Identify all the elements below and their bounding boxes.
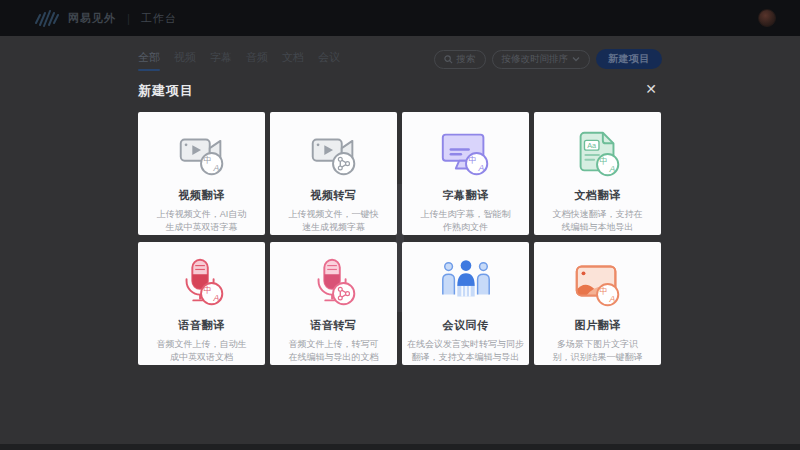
brand-logo-icon	[34, 9, 60, 27]
card-image-translate[interactable]: 中 A 图片翻译 多场景下图片文字识 别，识别结果一键翻译	[534, 242, 661, 365]
bottom-strip	[0, 444, 800, 450]
card-title: 图片翻译	[575, 318, 621, 333]
subtitle-translate-icon: 中 A	[437, 124, 495, 182]
card-audio-transcribe[interactable]: 语音转写 音频文件上传，转写可 在线编辑与导出的文档	[270, 242, 397, 365]
svg-text:A: A	[477, 163, 484, 173]
svg-text:Aa: Aa	[587, 141, 597, 150]
card-video-transcribe[interactable]: 视频转写 上传视频文件，一键快 速生成视频字幕	[270, 112, 397, 235]
svg-text:A: A	[608, 294, 615, 304]
card-subtitle-translate[interactable]: 中 A 字幕翻译 上传生肉字幕，智能制 作熟肉文件	[402, 112, 529, 235]
meeting-interpret-icon	[437, 254, 495, 312]
card-desc: 音频文件上传，转写可 在线编辑与导出的文档	[289, 338, 379, 363]
close-icon[interactable]: ✕	[642, 80, 660, 98]
card-desc: 上传视频文件，一键快 速生成视频字幕	[289, 208, 379, 233]
svg-text:中: 中	[599, 286, 608, 296]
brand-name: 网易见外	[68, 11, 116, 26]
search-box[interactable]: 搜索	[434, 50, 486, 69]
tab-meeting[interactable]: 会议	[318, 46, 340, 73]
modal-title: 新建项目	[138, 82, 194, 100]
svg-text:中: 中	[468, 155, 477, 165]
app-window: 网易见外 ｜ 工作台 全部 视频 字幕 音频 文档 会议 搜索 按修改时间排序	[0, 0, 800, 450]
new-project-button[interactable]: 新建项目	[596, 49, 662, 69]
svg-text:中: 中	[203, 155, 212, 165]
card-desc: 文档快速翻译，支持在 线编辑与本地导出	[553, 208, 643, 233]
card-desc: 上传视频文件，AI自动 生成中英双语字幕	[157, 208, 247, 233]
filter-toolbar: 全部 视频 字幕 音频 文档 会议 搜索 按修改时间排序 新建项目	[138, 46, 662, 72]
tab-audio[interactable]: 音频	[246, 46, 268, 73]
document-translate-icon: Aa 中 A	[569, 124, 627, 182]
sort-label: 按修改时间排序	[502, 53, 569, 66]
audio-translate-icon: 中 A	[173, 254, 231, 312]
card-desc: 上传生肉字幕，智能制 作熟肉文件	[421, 208, 511, 233]
workspace-label: 工作台	[141, 11, 177, 26]
card-desc: 在线会议发言实时转写与同步 翻译，支持文本编辑与导出	[407, 338, 524, 363]
chevron-down-icon	[572, 56, 580, 62]
sort-dropdown[interactable]: 按修改时间排序	[492, 50, 591, 69]
search-icon	[444, 55, 453, 64]
tab-document[interactable]: 文档	[282, 46, 304, 73]
card-meeting-interpret[interactable]: 会议同传 在线会议发言实时转写与同步 翻译，支持文本编辑与导出	[402, 242, 529, 365]
card-title: 视频翻译	[179, 188, 225, 203]
audio-transcribe-icon	[305, 254, 363, 312]
brand-divider: ｜	[123, 11, 134, 26]
card-title: 文档翻译	[575, 188, 621, 203]
tab-video[interactable]: 视频	[174, 46, 196, 73]
svg-text:中: 中	[203, 285, 212, 295]
svg-text:A: A	[212, 163, 219, 173]
card-audio-translate[interactable]: 中 A 语音翻译 音频文件上传，自动生 成中英双语文档	[138, 242, 265, 365]
image-translate-icon: 中 A	[569, 254, 627, 312]
video-transcribe-icon	[305, 124, 363, 182]
card-desc: 音频文件上传，自动生 成中英双语文档	[157, 338, 247, 363]
top-header: 网易见外 ｜ 工作台	[0, 0, 800, 36]
svg-text:A: A	[212, 293, 219, 303]
card-video-translate[interactable]: 中 A 视频翻译 上传视频文件，AI自动 生成中英双语字幕	[138, 112, 265, 235]
card-title: 语音翻译	[179, 318, 225, 333]
video-translate-icon: 中 A	[173, 124, 231, 182]
tab-subtitle[interactable]: 字幕	[210, 46, 232, 73]
svg-text:中: 中	[599, 156, 608, 166]
tab-all[interactable]: 全部	[138, 46, 160, 73]
search-label: 搜索	[457, 53, 476, 66]
card-title: 视频转写	[311, 188, 357, 203]
card-title: 语音转写	[311, 318, 357, 333]
card-title: 字幕翻译	[443, 188, 489, 203]
user-avatar[interactable]	[758, 9, 776, 27]
card-desc: 多场景下图片文字识 别，识别结果一键翻译	[553, 338, 643, 363]
category-tabs: 全部 视频 字幕 音频 文档 会议	[138, 46, 340, 73]
card-document-translate[interactable]: Aa 中 A 文档翻译 文档快速翻译，支持在 线编辑与本地导出	[534, 112, 661, 235]
card-title: 会议同传	[443, 318, 489, 333]
svg-text:A: A	[608, 164, 615, 174]
